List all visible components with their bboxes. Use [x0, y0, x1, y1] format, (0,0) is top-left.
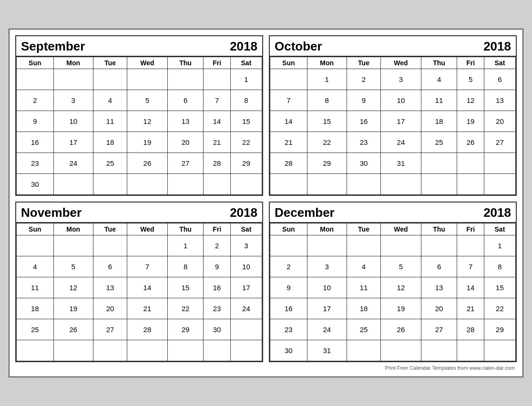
table-row: 21222324252627 — [270, 132, 516, 153]
calendar-day — [230, 340, 262, 361]
calendar-day: 23 — [270, 319, 307, 340]
september-header: September2018 — [16, 36, 262, 57]
december-title: December — [275, 205, 335, 220]
calendar-day: 14 — [457, 277, 484, 298]
calendar-day — [347, 235, 380, 256]
calendar-day: 19 — [53, 298, 93, 319]
november-title: November — [21, 205, 82, 220]
calendar-day — [17, 235, 54, 256]
calendar-day: 10 — [307, 277, 347, 298]
calendar-day: 6 — [93, 256, 127, 277]
table-row: 28293031 — [270, 153, 516, 174]
calendar-day — [270, 69, 307, 90]
calendar-day: 21 — [457, 298, 484, 319]
november-day-header: Mon — [53, 223, 93, 235]
calendar-day — [457, 235, 484, 256]
calendar-day: 16 — [270, 298, 307, 319]
calendar-day — [457, 153, 484, 174]
calendar-day: 5 — [53, 256, 93, 277]
calendar-day: 25 — [17, 319, 54, 340]
table-row: 2345678 — [270, 256, 516, 277]
calendar-day — [484, 340, 515, 361]
table-row — [270, 174, 516, 195]
calendar-day: 1 — [484, 235, 515, 256]
calendar-day — [17, 69, 54, 90]
calendar-day: 4 — [347, 256, 380, 277]
calendar-day: 14 — [204, 111, 230, 132]
table-row: 3031 — [270, 340, 516, 361]
calendar-day: 28 — [270, 153, 307, 174]
calendar-day: 13 — [421, 277, 457, 298]
table-row: 16171819202122 — [17, 132, 262, 153]
calendar-day: 18 — [421, 111, 457, 132]
calendar-september: September2018SunMonTueWedThuFriSat123456… — [15, 35, 263, 196]
calendar-day: 30 — [17, 174, 54, 195]
calendar-day: 5 — [381, 256, 421, 277]
november-day-header: Thu — [167, 223, 204, 235]
calendar-day: 2 — [17, 90, 54, 111]
november-day-header: Wed — [127, 223, 168, 235]
calendar-day: 29 — [167, 319, 204, 340]
calendar-day: 11 — [93, 111, 127, 132]
calendar-day: 24 — [53, 153, 93, 174]
table-row: 16171819202122 — [270, 298, 516, 319]
september-day-header: Mon — [53, 57, 93, 69]
calendar-day — [457, 340, 484, 361]
calendar-day — [167, 174, 204, 195]
calendar-day: 8 — [230, 90, 262, 111]
december-header: December2018 — [270, 203, 516, 223]
calendar-day: 13 — [484, 90, 515, 111]
calendar-day — [270, 235, 307, 256]
calendar-day — [17, 340, 54, 361]
calendar-day: 8 — [484, 256, 515, 277]
november-day-header: Sun — [17, 223, 54, 235]
calendar-day — [307, 174, 347, 195]
october-day-header: Thu — [421, 57, 457, 69]
calendar-day: 28 — [127, 319, 168, 340]
calendar-day: 1 — [307, 69, 347, 90]
october-day-header: Tue — [347, 57, 380, 69]
calendar-day — [381, 174, 421, 195]
calendar-day: 5 — [457, 69, 484, 90]
calendar-day — [421, 174, 457, 195]
calendar-day: 17 — [307, 298, 347, 319]
calendar-day — [204, 340, 230, 361]
calendar-day: 11 — [17, 277, 54, 298]
table-row: 1 — [270, 235, 516, 256]
calendar-day: 7 — [204, 90, 230, 111]
calendar-day: 8 — [167, 256, 204, 277]
calendar-day: 22 — [307, 132, 347, 153]
calendar-day: 7 — [127, 256, 168, 277]
calendar-day — [484, 153, 515, 174]
calendar-day: 8 — [307, 90, 347, 111]
calendar-day: 16 — [204, 277, 230, 298]
calendar-day: 31 — [381, 153, 421, 174]
calendar-day — [204, 69, 230, 90]
calendar-day — [167, 340, 204, 361]
october-day-header: Sun — [270, 57, 307, 69]
table-row: 23242526272829 — [270, 319, 516, 340]
calendar-day: 28 — [204, 153, 230, 174]
calendar-day: 17 — [53, 132, 93, 153]
calendar-day: 18 — [93, 132, 127, 153]
table-row: 9101112131415 — [270, 277, 516, 298]
calendar-day: 17 — [381, 111, 421, 132]
calendar-day — [167, 69, 204, 90]
calendar-day — [347, 340, 380, 361]
calendar-day: 29 — [484, 319, 515, 340]
calendar-day — [93, 235, 127, 256]
october-day-header: Fri — [457, 57, 484, 69]
calendar-day — [53, 174, 93, 195]
september-table: SunMonTueWedThuFriSat1234567891011121314… — [16, 57, 262, 195]
table-row: 2345678 — [17, 90, 262, 111]
calendar-day: 26 — [381, 319, 421, 340]
calendar-day: 6 — [484, 69, 515, 90]
calendar-day: 11 — [421, 90, 457, 111]
calendar-day: 3 — [381, 69, 421, 90]
table-row: 23242526272829 — [17, 153, 262, 174]
calendar-day: 1 — [167, 235, 204, 256]
calendar-day: 19 — [127, 132, 168, 153]
calendar-day: 20 — [484, 111, 515, 132]
table-row: 1 — [17, 69, 262, 90]
calendar-day: 15 — [307, 111, 347, 132]
